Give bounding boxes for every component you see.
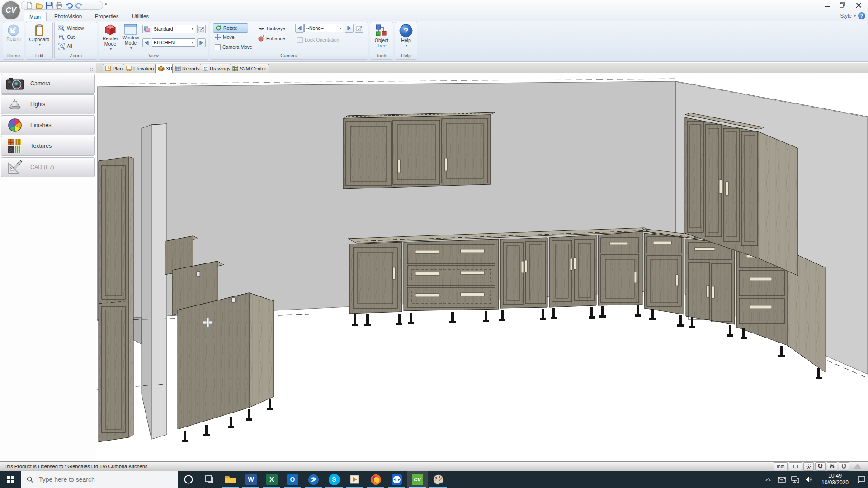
tab-plan[interactable]: Plan [103, 64, 125, 73]
cad-set-square-icon [6, 160, 24, 174]
open-icon[interactable] [36, 2, 43, 9]
taskbar-app-paint[interactable] [428, 471, 448, 488]
zoom-out-button[interactable]: Out [58, 33, 75, 41]
tray-mail-icon[interactable] [775, 471, 788, 488]
cube-3d-icon [158, 66, 165, 72]
task-view-button[interactable] [199, 471, 220, 488]
return-button[interactable]: Return [3, 24, 24, 42]
menu-tab-main[interactable]: Main [24, 12, 47, 21]
sidebar-item-textures[interactable]: Textures [1, 136, 95, 156]
tab-reports[interactable]: Reports [172, 64, 203, 73]
grid-snap-button[interactable] [815, 462, 826, 471]
birdseye-eye-icon [258, 26, 265, 31]
enhance-button[interactable]: Enhance [258, 34, 285, 42]
start-button[interactable] [0, 471, 21, 488]
tray-chevron-up-icon[interactable] [761, 471, 775, 488]
finishes-color-wheel-icon [6, 118, 24, 132]
walkthrough-next-button[interactable] [345, 24, 354, 33]
sidebar-header[interactable] [0, 63, 96, 73]
taskbar: W X O S CV [0, 471, 868, 488]
tab-elevation[interactable]: Elevation [123, 64, 156, 73]
design-canvas[interactable] [96, 73, 868, 461]
previous-room-button[interactable] [142, 38, 151, 47]
minimize-button[interactable] [820, 0, 834, 10]
paint-palette-icon [433, 474, 444, 485]
close-button[interactable] [852, 0, 865, 10]
zoom-all-button[interactable]: All [58, 42, 72, 50]
restore-button[interactable] [835, 0, 849, 10]
sidebar: Camera Lights Finishes Textures CAD (F7) [0, 63, 96, 461]
object-tree-button[interactable]: Object Tree [370, 24, 393, 48]
tab-drawings[interactable]: Drawings [200, 64, 233, 73]
search-input[interactable] [38, 475, 157, 483]
render-style-icon-button[interactable] [142, 25, 151, 33]
window-mode-button[interactable]: Window Mode [121, 24, 141, 51]
object-tree-icon [375, 24, 388, 38]
lights-icon [6, 97, 24, 112]
camera-move-checkbox[interactable]: Camera Move [215, 43, 252, 51]
sidebar-item-finishes[interactable]: Finishes [1, 115, 95, 135]
window-mode-icon [124, 24, 137, 35]
taskbar-app-word[interactable]: W [241, 471, 261, 488]
tray-time: 10:49 [816, 473, 854, 479]
edit-pencil-icon [356, 25, 362, 31]
right-arrow-icon [199, 40, 204, 45]
sidebar-item-lights[interactable]: Lights [1, 94, 95, 114]
room-select[interactable]: KITCHEN▾ [152, 38, 195, 47]
cortana-button[interactable] [178, 471, 199, 488]
group-label-view: View [99, 52, 208, 59]
taskbar-app-cabinet-vision[interactable]: CV [407, 471, 428, 488]
edit-walkthrough-button[interactable] [355, 24, 363, 33]
save-icon[interactable] [46, 2, 53, 9]
snap-settings-button[interactable] [803, 462, 814, 471]
walkthrough-prev-button[interactable] [295, 24, 304, 33]
taskbar-app-firefox[interactable] [365, 471, 386, 488]
group-label-tools: Tools [370, 52, 393, 59]
customize-quick-access-icon[interactable]: ▾ [105, 2, 107, 6]
help-circle-icon[interactable]: ? [858, 12, 865, 19]
lock-orientation-checkbox: Lock Orientation [297, 36, 339, 44]
file-explorer-icon [225, 475, 236, 484]
taskbar-app-excel[interactable]: X [261, 471, 282, 488]
undo-icon[interactable] [66, 2, 73, 9]
render-style-select[interactable]: Standard▾ [152, 25, 195, 33]
sidebar-item-cad[interactable]: CAD (F7) [1, 157, 95, 177]
group-label-edit: Edit [26, 52, 52, 59]
print-icon[interactable] [56, 2, 63, 9]
tray-clock[interactable]: 10:49 10/03/2020 [816, 473, 854, 486]
taskbar-app-thunderbird[interactable] [303, 471, 324, 488]
tray-network-icon[interactable] [788, 471, 802, 488]
style-selector[interactable]: Style ▾ ? [840, 12, 865, 19]
menu-tab-photovision[interactable]: PhotoVision [49, 12, 87, 21]
entity-snap-button[interactable] [827, 462, 837, 471]
taskbar-app-teamviewer[interactable] [386, 471, 407, 488]
menu-tab-utilities[interactable]: Utilities [127, 12, 154, 21]
taskbar-app-skype[interactable]: S [324, 471, 344, 488]
tray-volume-icon[interactable] [802, 471, 816, 488]
new-document-icon[interactable] [26, 2, 33, 9]
sidebar-item-camera[interactable]: Camera [1, 74, 95, 94]
style-label: Style [840, 13, 852, 19]
walkthrough-select[interactable]: --None--▾ [304, 24, 343, 32]
taskbar-app-outlook[interactable]: O [282, 471, 303, 488]
help-button[interactable]: ? Help [395, 24, 417, 48]
action-center-icon[interactable] [854, 471, 868, 488]
render-mode-button[interactable]: Render Mode [101, 24, 120, 52]
pan-window-button[interactable] [197, 25, 206, 33]
base-cabinet-run [348, 228, 653, 314]
zoom-window-button[interactable]: Window [58, 24, 84, 32]
object-snap-button[interactable] [839, 462, 849, 471]
birdseye-button[interactable]: Birdseye [258, 24, 285, 33]
rotate-button[interactable]: Rotate [213, 23, 248, 33]
rotate-icon [215, 25, 222, 31]
redo-icon[interactable] [75, 2, 83, 9]
clipboard-button[interactable]: Clipboard [26, 24, 52, 47]
move-button[interactable]: Move [215, 33, 235, 41]
taskbar-search[interactable] [21, 471, 178, 488]
grip-dots-icon [90, 65, 93, 71]
taskbar-app-movies-tv[interactable] [344, 471, 365, 488]
tab-s2m-center[interactable]: S2M Center [230, 64, 269, 73]
next-room-button[interactable] [197, 38, 206, 47]
menu-tab-properties[interactable]: Properties [90, 12, 124, 21]
taskbar-app-file-explorer[interactable] [220, 471, 241, 488]
